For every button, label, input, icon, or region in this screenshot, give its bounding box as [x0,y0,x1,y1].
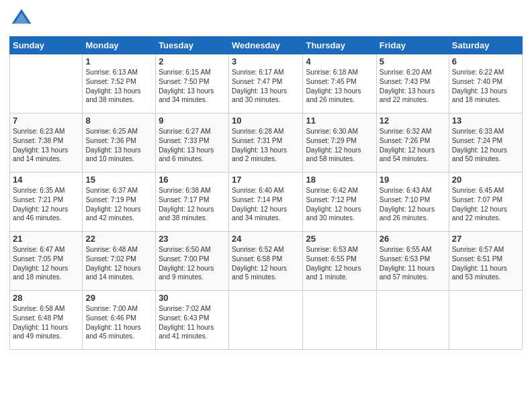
day-info: Sunrise: 6:58 AM Sunset: 6:48 PM Dayligh… [13,304,79,341]
calendar-cell: 12Sunrise: 6:32 AM Sunset: 7:26 PM Dayli… [376,113,449,173]
header [9,7,523,31]
calendar-cell: 17Sunrise: 6:40 AM Sunset: 7:14 PM Dayli… [229,173,303,232]
calendar-cell: 28Sunrise: 6:58 AM Sunset: 6:48 PM Dayli… [10,291,83,350]
day-number: 27 [452,234,519,244]
calendar-cell: 11Sunrise: 6:30 AM Sunset: 7:29 PM Dayli… [303,113,376,173]
calendar-cell: 3Sunrise: 6:17 AM Sunset: 7:47 PM Daylig… [229,54,303,113]
day-number: 29 [85,293,152,303]
calendar-cell: 6Sunrise: 6:22 AM Sunset: 7:40 PM Daylig… [449,54,522,113]
weekday-header: Friday [376,37,449,54]
calendar-cell: 13Sunrise: 6:33 AM Sunset: 7:24 PM Dayli… [449,113,522,173]
weekday-header: Thursday [303,37,376,54]
day-info: Sunrise: 6:48 AM Sunset: 7:02 PM Dayligh… [85,245,152,282]
calendar-cell: 21Sunrise: 6:47 AM Sunset: 7:05 PM Dayli… [10,232,83,291]
calendar-week: 1Sunrise: 6:13 AM Sunset: 7:52 PM Daylig… [10,54,523,113]
calendar-cell: 24Sunrise: 6:52 AM Sunset: 6:58 PM Dayli… [229,232,303,291]
day-info: Sunrise: 6:33 AM Sunset: 7:24 PM Dayligh… [452,127,519,164]
day-number: 10 [232,116,300,126]
day-number: 23 [159,234,226,244]
calendar-cell: 18Sunrise: 6:42 AM Sunset: 7:12 PM Dayli… [303,173,376,232]
day-info: Sunrise: 6:53 AM Sunset: 6:55 PM Dayligh… [306,245,373,282]
logo [9,7,36,31]
calendar-week: 28Sunrise: 6:58 AM Sunset: 6:48 PM Dayli… [10,291,523,350]
day-number: 20 [452,175,519,185]
day-number: 24 [232,234,300,244]
calendar-cell: 9Sunrise: 6:27 AM Sunset: 7:33 PM Daylig… [156,113,229,173]
calendar-cell [449,291,522,350]
day-number: 17 [232,175,300,185]
calendar-cell: 20Sunrise: 6:45 AM Sunset: 7:07 PM Dayli… [449,173,522,232]
day-number: 1 [85,56,152,66]
calendar-cell: 23Sunrise: 6:50 AM Sunset: 7:00 PM Dayli… [156,232,229,291]
day-number: 12 [380,116,446,126]
weekday-header: Saturday [449,37,522,54]
calendar-cell: 14Sunrise: 6:35 AM Sunset: 7:21 PM Dayli… [10,173,83,232]
day-info: Sunrise: 6:18 AM Sunset: 7:45 PM Dayligh… [306,68,373,105]
day-info: Sunrise: 7:00 AM Sunset: 6:46 PM Dayligh… [85,304,152,341]
day-number: 15 [85,175,152,185]
header-row: SundayMondayTuesdayWednesdayThursdayFrid… [10,37,523,54]
logo-icon [9,7,34,31]
day-info: Sunrise: 6:57 AM Sunset: 6:51 PM Dayligh… [452,245,519,282]
weekday-header: Monday [83,37,156,54]
day-info: Sunrise: 6:38 AM Sunset: 7:17 PM Dayligh… [159,186,226,223]
calendar-cell [229,291,303,350]
day-info: Sunrise: 6:25 AM Sunset: 7:36 PM Dayligh… [85,127,152,164]
day-info: Sunrise: 6:40 AM Sunset: 7:14 PM Dayligh… [232,186,300,223]
day-number: 16 [159,175,226,185]
day-number: 7 [13,116,79,126]
calendar-cell: 5Sunrise: 6:20 AM Sunset: 7:43 PM Daylig… [376,54,449,113]
calendar-cell: 25Sunrise: 6:53 AM Sunset: 6:55 PM Dayli… [303,232,376,291]
calendar-week: 14Sunrise: 6:35 AM Sunset: 7:21 PM Dayli… [10,173,523,232]
calendar-cell: 2Sunrise: 6:15 AM Sunset: 7:50 PM Daylig… [156,54,229,113]
calendar-cell: 1Sunrise: 6:13 AM Sunset: 7:52 PM Daylig… [83,54,156,113]
day-number: 5 [380,56,446,66]
calendar-cell: 19Sunrise: 6:43 AM Sunset: 7:10 PM Dayli… [376,173,449,232]
calendar-table: SundayMondayTuesdayWednesdayThursdayFrid… [9,36,523,350]
calendar-cell: 30Sunrise: 7:02 AM Sunset: 6:43 PM Dayli… [156,291,229,350]
weekday-header: Sunday [10,37,83,54]
day-info: Sunrise: 6:45 AM Sunset: 7:07 PM Dayligh… [452,186,519,223]
day-info: Sunrise: 6:37 AM Sunset: 7:19 PM Dayligh… [85,186,152,223]
day-info: Sunrise: 6:43 AM Sunset: 7:10 PM Dayligh… [380,186,446,223]
day-info: Sunrise: 6:17 AM Sunset: 7:47 PM Dayligh… [232,68,300,105]
calendar-cell [10,54,83,113]
day-number: 11 [306,116,373,126]
day-info: Sunrise: 6:20 AM Sunset: 7:43 PM Dayligh… [380,68,446,105]
calendar-cell: 16Sunrise: 6:38 AM Sunset: 7:17 PM Dayli… [156,173,229,232]
day-info: Sunrise: 6:52 AM Sunset: 6:58 PM Dayligh… [232,245,300,282]
day-info: Sunrise: 6:13 AM Sunset: 7:52 PM Dayligh… [85,68,152,105]
weekday-header: Wednesday [229,37,303,54]
day-info: Sunrise: 6:55 AM Sunset: 6:53 PM Dayligh… [380,245,446,282]
day-info: Sunrise: 6:42 AM Sunset: 7:12 PM Dayligh… [306,186,373,223]
calendar-cell: 26Sunrise: 6:55 AM Sunset: 6:53 PM Dayli… [376,232,449,291]
day-number: 4 [306,56,373,66]
calendar-cell: 8Sunrise: 6:25 AM Sunset: 7:36 PM Daylig… [83,113,156,173]
day-info: Sunrise: 6:30 AM Sunset: 7:29 PM Dayligh… [306,127,373,164]
calendar-cell: 27Sunrise: 6:57 AM Sunset: 6:51 PM Dayli… [449,232,522,291]
day-info: Sunrise: 7:02 AM Sunset: 6:43 PM Dayligh… [159,304,226,341]
day-info: Sunrise: 6:28 AM Sunset: 7:31 PM Dayligh… [232,127,300,164]
day-number: 26 [380,234,446,244]
day-number: 6 [452,56,519,66]
day-info: Sunrise: 6:35 AM Sunset: 7:21 PM Dayligh… [13,186,79,223]
calendar-cell [376,291,449,350]
day-info: Sunrise: 6:22 AM Sunset: 7:40 PM Dayligh… [452,68,519,105]
day-number: 19 [380,175,446,185]
day-number: 18 [306,175,373,185]
weekday-header: Tuesday [156,37,229,54]
day-number: 8 [85,116,152,126]
calendar-cell: 22Sunrise: 6:48 AM Sunset: 7:02 PM Dayli… [83,232,156,291]
day-number: 21 [13,234,79,244]
calendar-week: 21Sunrise: 6:47 AM Sunset: 7:05 PM Dayli… [10,232,523,291]
calendar-week: 7Sunrise: 6:23 AM Sunset: 7:38 PM Daylig… [10,113,523,173]
calendar-cell: 10Sunrise: 6:28 AM Sunset: 7:31 PM Dayli… [229,113,303,173]
day-number: 13 [452,116,519,126]
day-number: 3 [232,56,300,66]
day-info: Sunrise: 6:23 AM Sunset: 7:38 PM Dayligh… [13,127,79,164]
calendar-cell: 15Sunrise: 6:37 AM Sunset: 7:19 PM Dayli… [83,173,156,232]
day-number: 28 [13,293,79,303]
page-container: SundayMondayTuesdayWednesdayThursdayFrid… [0,0,532,357]
calendar-cell: 4Sunrise: 6:18 AM Sunset: 7:45 PM Daylig… [303,54,376,113]
day-number: 9 [159,116,226,126]
